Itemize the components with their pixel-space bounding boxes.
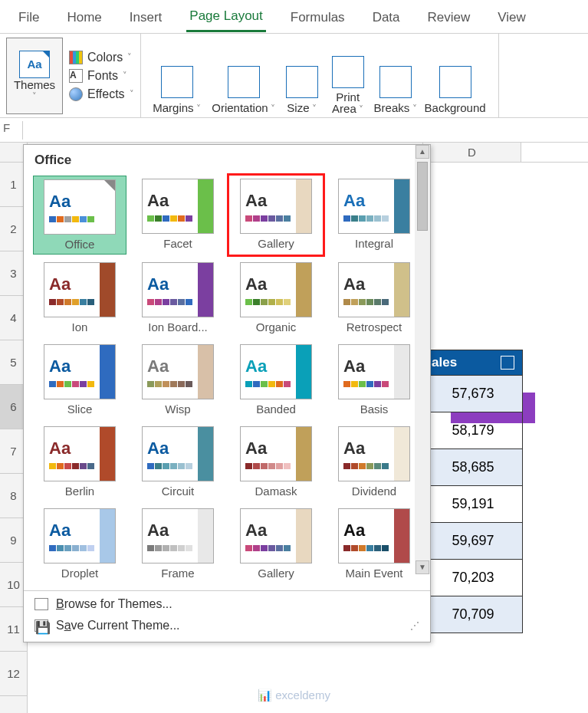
themes-button[interactable]: Aa Themes ˅ bbox=[6, 38, 63, 114]
theme-label: Droplet bbox=[61, 567, 98, 580]
browse-icon bbox=[34, 598, 48, 610]
chevron-down-icon: ˅ bbox=[127, 52, 132, 62]
tab-home[interactable]: Home bbox=[64, 2, 104, 31]
formula-bar: F bbox=[0, 118, 588, 143]
sales-header-text: ales bbox=[432, 350, 457, 376]
theme-item-main-event[interactable]: AaMain Event bbox=[327, 505, 421, 583]
theme-item-organic[interactable]: AaOrganic bbox=[229, 259, 323, 337]
theme-label: Retrospect bbox=[347, 320, 402, 334]
fonts-label: Fonts bbox=[87, 69, 118, 83]
theme-label: Facet bbox=[163, 237, 192, 250]
filter-dropdown-icon[interactable] bbox=[501, 356, 514, 370]
print-area-icon bbox=[332, 56, 364, 88]
orientation-icon bbox=[228, 66, 260, 98]
theme-item-facet[interactable]: AaFacet bbox=[131, 176, 225, 255]
theme-item-wisp[interactable]: AaWisp bbox=[131, 341, 225, 419]
theme-item-dividend[interactable]: AaDividend bbox=[327, 423, 421, 501]
colors-button[interactable]: Colors ˅ bbox=[69, 51, 134, 64]
ribbon: Aa Themes ˅ Colors ˅ A Fonts ˅ Effects ˅ bbox=[0, 34, 588, 118]
save-theme-button[interactable]: 💾 Save Current Theme... ⋰ bbox=[34, 619, 419, 632]
theme-item-droplet[interactable]: AaDroplet bbox=[33, 505, 126, 583]
breaks-button[interactable]: Breaks bbox=[373, 38, 419, 114]
theme-label: Ion bbox=[72, 320, 88, 334]
background-button[interactable]: Background bbox=[419, 38, 492, 114]
theme-item-retrospect[interactable]: AaRetrospect bbox=[327, 259, 421, 337]
theme-item-ion[interactable]: AaIon bbox=[33, 259, 126, 337]
fonts-button[interactable]: A Fonts ˅ bbox=[69, 69, 134, 83]
scroll-up-icon[interactable]: ▲ bbox=[416, 145, 429, 159]
row-header[interactable]: 13 bbox=[0, 696, 27, 713]
effects-icon bbox=[69, 87, 83, 101]
tab-file[interactable]: File bbox=[15, 2, 42, 31]
row-header[interactable]: 12 bbox=[0, 652, 27, 696]
tab-insert[interactable]: Insert bbox=[126, 2, 166, 31]
theme-label: Dividend bbox=[352, 485, 396, 498]
table-cell[interactable]: 57,673 bbox=[423, 376, 523, 412]
effects-button[interactable]: Effects ˅ bbox=[69, 87, 134, 101]
theme-label: Berlin bbox=[65, 485, 94, 498]
theme-item-circuit[interactable]: AaCircuit bbox=[131, 423, 225, 501]
breaks-label: Breaks bbox=[374, 101, 417, 114]
theme-item-frame[interactable]: AaFrame bbox=[131, 505, 225, 583]
theme-item-gallery[interactable]: AaGallery bbox=[229, 176, 323, 255]
orientation-label: Orientation bbox=[212, 101, 275, 114]
theme-item-slice[interactable]: AaSlice bbox=[33, 341, 126, 419]
resize-grip-icon[interactable]: ⋰ bbox=[410, 620, 419, 631]
scroll-thumb[interactable] bbox=[417, 162, 428, 231]
gallery-scrollbar[interactable]: ▲ ▼ bbox=[415, 145, 430, 574]
theme-item-gallery[interactable]: AaGallery bbox=[229, 505, 323, 583]
colors-label: Colors bbox=[87, 51, 123, 64]
print-area-button[interactable]: Print Area bbox=[324, 38, 373, 114]
page-setup-group: Margins Orientation Size Print Area Brea… bbox=[141, 34, 499, 117]
theme-label: Banded bbox=[256, 402, 296, 416]
themes-section-title: Office bbox=[24, 145, 430, 168]
table-cell[interactable]: 70,203 bbox=[423, 560, 523, 596]
theme-label: Circuit bbox=[162, 485, 195, 498]
theme-item-office[interactable]: AaOffice bbox=[33, 176, 126, 255]
theme-label: Gallery bbox=[258, 237, 294, 250]
chevron-down-icon: ˅ bbox=[130, 89, 134, 99]
table-cell[interactable]: 59,697 bbox=[423, 523, 523, 560]
size-button[interactable]: Size bbox=[281, 38, 324, 114]
theme-item-integral[interactable]: AaIntegral bbox=[327, 176, 421, 255]
themes-label: Themes bbox=[14, 78, 55, 91]
breaks-icon bbox=[379, 66, 412, 98]
size-icon bbox=[286, 66, 318, 98]
theme-item-berlin[interactable]: AaBerlin bbox=[33, 423, 126, 501]
size-label: Size bbox=[287, 101, 317, 114]
tab-formulas[interactable]: Formulas bbox=[287, 2, 348, 31]
theme-label: Gallery bbox=[258, 567, 294, 580]
name-box[interactable]: F bbox=[3, 121, 23, 140]
theme-label: Basis bbox=[360, 402, 389, 416]
theme-label: Damask bbox=[255, 485, 297, 498]
theme-label: Office bbox=[65, 238, 95, 251]
col-header-d[interactable]: D bbox=[423, 143, 521, 162]
sales-header[interactable]: ales bbox=[423, 350, 523, 376]
watermark: 📊 exceldemy bbox=[258, 688, 330, 702]
margins-label: Margins bbox=[153, 101, 201, 114]
tab-data[interactable]: Data bbox=[370, 2, 403, 31]
tabs-bar: File Home Insert Page Layout Formulas Da… bbox=[0, 0, 588, 34]
browse-themes-button[interactable]: Browse for Themes... bbox=[34, 597, 419, 611]
background-label: Background bbox=[425, 101, 486, 114]
effects-label: Effects bbox=[87, 87, 125, 101]
theme-label: Wisp bbox=[165, 402, 190, 416]
theme-item-basis[interactable]: AaBasis bbox=[327, 341, 421, 419]
table-cell[interactable]: 58,179 bbox=[423, 412, 523, 449]
print-area-label: Print Area bbox=[324, 91, 373, 114]
orientation-button[interactable]: Orientation bbox=[207, 38, 281, 114]
tab-view[interactable]: View bbox=[494, 2, 529, 31]
save-icon: 💾 bbox=[34, 619, 48, 632]
theme-item-banded[interactable]: AaBanded bbox=[229, 341, 323, 419]
margins-button[interactable]: Margins bbox=[147, 38, 207, 114]
table-cell[interactable]: 58,685 bbox=[423, 449, 523, 486]
theme-item-ion-board-[interactable]: AaIon Board... bbox=[131, 259, 225, 337]
scroll-down-icon[interactable]: ▼ bbox=[416, 560, 429, 574]
themes-icon: Aa bbox=[19, 51, 50, 78]
table-cell[interactable]: 70,709 bbox=[423, 596, 523, 633]
theme-item-damask[interactable]: AaDamask bbox=[229, 423, 323, 501]
table-cell[interactable]: 59,191 bbox=[423, 486, 523, 523]
tab-review[interactable]: Review bbox=[425, 2, 474, 31]
fonts-icon: A bbox=[69, 69, 83, 83]
tab-page-layout[interactable]: Page Layout bbox=[186, 1, 265, 32]
